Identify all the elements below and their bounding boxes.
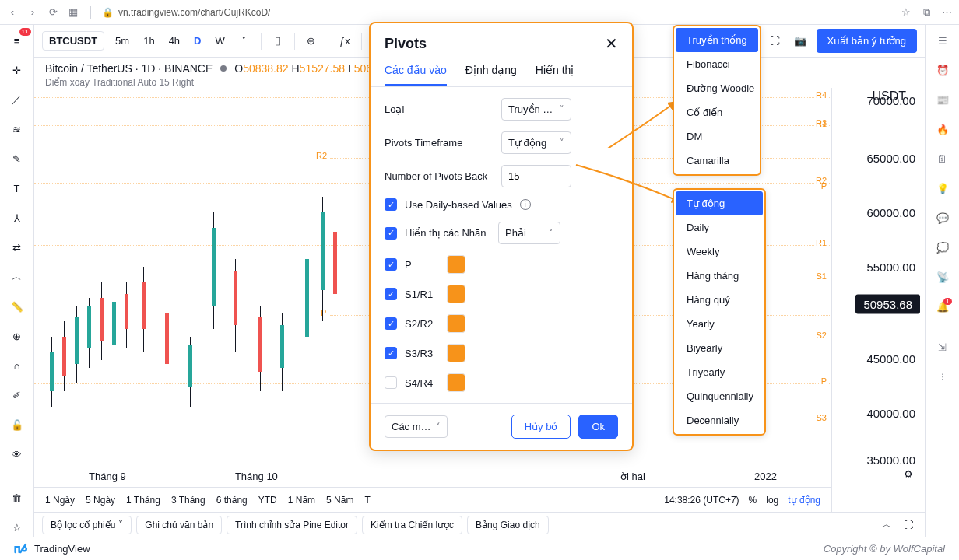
level-s1r1-color[interactable] [447,285,465,303]
url-bar[interactable]: 🔒 vn.tradingview.com/chart/GujRKcoD/ [102,7,270,18]
type-option[interactable]: Cổ điển [676,100,758,124]
chat-icon[interactable]: 💬 [933,208,952,227]
tf-option[interactable]: Yearly [676,312,763,336]
caret-up-icon[interactable]: ︿ [8,268,26,286]
range-5d[interactable]: 5 Ngày [86,495,115,506]
settings-icon[interactable]: ⚙ [900,465,917,482]
range-3mo[interactable]: 3 Tháng [171,495,206,506]
forward-icon[interactable]: › [26,6,39,19]
tab-pine[interactable]: Trình chỉnh sửa Pine Editor [227,516,357,534]
private-chat-icon[interactable]: 💭 [933,238,952,257]
maximize-icon[interactable]: ⛶ [900,516,917,534]
ok-button[interactable]: Ok [578,415,618,439]
candles-icon[interactable]: ⌷ [269,33,286,50]
level-s2r2-checkbox[interactable]: ✓ [385,317,397,330]
chevron-up-icon[interactable]: ︿ [878,516,895,534]
timeframe-w[interactable]: W [213,33,228,48]
ruler-icon[interactable]: 📏 [8,297,26,316]
level-s4r4-checkbox[interactable] [385,376,397,389]
level-p-color[interactable] [447,255,465,274]
level-s1r1-checkbox[interactable]: ✓ [385,288,397,300]
pattern-icon[interactable]: ⅄ [8,208,26,227]
tf-option[interactable]: Hàng quý [676,288,763,312]
tab-tester[interactable]: Kiểm tra Chiến lược [362,516,462,534]
close-icon[interactable]: ✕ [605,34,618,53]
tf-option[interactable]: Tự động [676,191,763,215]
scale-pct[interactable]: % [749,495,757,506]
type-option[interactable]: Truyền thống [676,28,758,52]
tf-option[interactable]: Quinquennially [676,384,763,408]
eye-icon[interactable]: 👁 [8,445,26,464]
tf-option[interactable]: Hàng tháng [676,264,763,288]
browser-tool-icon[interactable]: ☆ [900,6,912,19]
calendar-icon[interactable]: 🗓 [933,149,952,168]
tab-inputs[interactable]: Các đầu vào [385,64,447,86]
range-5y[interactable]: 5 Năm [326,495,353,506]
help-icon[interactable]: ⁝ [933,367,952,386]
magnet-icon[interactable]: ∩ [8,356,26,375]
tab-screener[interactable]: Bộ lọc cổ phiếu ˅ [42,516,132,534]
alarm-icon[interactable]: ⏰ [933,61,952,79]
type-option[interactable]: Camarilla [676,149,758,173]
tf-option[interactable]: Decennially [676,408,763,432]
tf-option[interactable]: Weekly [676,240,763,264]
tab-notes[interactable]: Ghi chú văn bản [136,516,222,534]
preset-select[interactable]: Các m…˅ [385,415,448,438]
range-1d[interactable]: 1 Ngày [45,495,75,506]
compare-icon[interactable]: ⊕ [303,33,320,50]
lock-icon[interactable]: 🔓 [8,415,26,434]
timeframe-d[interactable]: D [191,33,204,48]
cancel-button[interactable]: Hủy bỏ [511,415,571,439]
scale-log[interactable]: log [766,495,778,506]
range-6mo[interactable]: 6 tháng [216,495,248,506]
browser-tool-icon[interactable]: ⋯ [940,6,953,19]
reload-icon[interactable]: ⟳ [47,6,59,19]
tab-format[interactable]: Định dạng [465,64,517,86]
level-s4r4-color[interactable] [447,373,465,392]
publish-button[interactable]: Xuất bản ý tưởng [817,29,917,53]
notifications-icon[interactable]: 🔔 [933,297,952,316]
stream-icon[interactable]: 📡 [933,268,952,286]
range-ytd[interactable]: YTD [258,495,277,506]
info-icon[interactable]: i [520,199,531,210]
labels-position-select[interactable]: Phải˅ [498,222,560,244]
type-option[interactable]: DM [676,124,758,149]
pivots-back-input[interactable] [501,165,571,187]
price-axis[interactable]: USDT 70000.00 65000.00 60000.00 55000.00… [831,88,925,512]
trendline-icon[interactable]: ／ [8,90,26,109]
menu-icon[interactable]: ≡ [8,31,26,50]
timeframe-1h[interactable]: 1h [140,33,157,48]
fib-icon[interactable]: ≋ [8,120,26,138]
ideas-icon[interactable]: 💡 [933,179,952,198]
scale-auto[interactable]: tự động [788,495,820,506]
browser-tool-icon[interactable]: ⧉ [920,6,933,19]
back-icon[interactable]: ‹ [6,6,19,19]
chevron-down-icon[interactable]: ˅ [236,33,253,50]
daily-checkbox[interactable]: ✓ [385,198,397,211]
timeframe-5m[interactable]: 5m [112,33,132,48]
type-option[interactable]: Đường Woodie [676,76,758,100]
indicators-icon[interactable]: ƒx [336,33,353,50]
range-all[interactable]: T [364,495,370,506]
trash-icon[interactable]: 🗑 [8,488,26,507]
prediction-icon[interactable]: ⇄ [8,238,26,257]
tf-option[interactable]: Daily [676,215,763,240]
show-labels-checkbox[interactable]: ✓ [385,227,397,240]
level-s3r3-checkbox[interactable]: ✓ [385,347,397,359]
apps-icon[interactable]: ▦ [67,6,79,19]
star-icon[interactable]: ☆ [8,518,26,537]
level-p-checkbox[interactable]: ✓ [385,258,397,271]
pencil-icon[interactable]: ✐ [8,386,26,404]
dock-icon[interactable]: ⇲ [933,338,952,356]
level-s3r3-color[interactable] [447,344,465,362]
news-icon[interactable]: 📰 [933,90,952,109]
hotlist-icon[interactable]: 🔥 [933,120,952,138]
tab-trade[interactable]: Bảng Giao dịch [467,516,549,534]
brush-icon[interactable]: ✎ [8,149,26,168]
text-icon[interactable]: T [8,179,26,198]
tab-visibility[interactable]: Hiển thị [536,64,574,86]
type-select[interactable]: Truyền …˅ [501,98,571,121]
timeframe-4h[interactable]: 4h [166,33,183,48]
type-option[interactable]: Fibonacci [676,52,758,76]
range-1mo[interactable]: 1 Tháng [126,495,160,506]
